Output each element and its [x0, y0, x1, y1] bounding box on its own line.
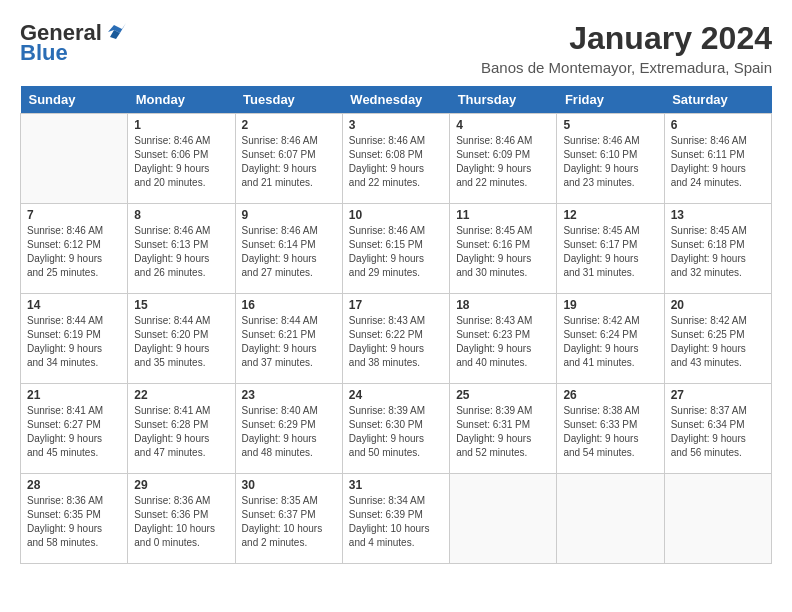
calendar-cell: 27 Sunrise: 8:37 AM Sunset: 6:34 PM Dayl…: [664, 384, 771, 474]
day-number: 15: [134, 298, 228, 312]
calendar-cell: 24 Sunrise: 8:39 AM Sunset: 6:30 PM Dayl…: [342, 384, 449, 474]
calendar-cell: [21, 114, 128, 204]
day-info: Sunrise: 8:45 AM Sunset: 6:18 PM Dayligh…: [671, 224, 765, 280]
calendar-cell: 11 Sunrise: 8:45 AM Sunset: 6:16 PM Dayl…: [450, 204, 557, 294]
daylight-text: Daylight: 9 hours and 26 minutes.: [134, 253, 209, 278]
daylight-text: Daylight: 9 hours and 43 minutes.: [671, 343, 746, 368]
sunrise-text: Sunrise: 8:46 AM: [349, 135, 425, 146]
daylight-text: Daylight: 9 hours and 52 minutes.: [456, 433, 531, 458]
day-number: 4: [456, 118, 550, 132]
sunrise-text: Sunrise: 8:42 AM: [563, 315, 639, 326]
day-info: Sunrise: 8:46 AM Sunset: 6:07 PM Dayligh…: [242, 134, 336, 190]
sunrise-text: Sunrise: 8:35 AM: [242, 495, 318, 506]
sunset-text: Sunset: 6:35 PM: [27, 509, 101, 520]
day-info: Sunrise: 8:37 AM Sunset: 6:34 PM Dayligh…: [671, 404, 765, 460]
sunset-text: Sunset: 6:37 PM: [242, 509, 316, 520]
calendar-cell: [450, 474, 557, 564]
sunrise-text: Sunrise: 8:39 AM: [456, 405, 532, 416]
sunrise-text: Sunrise: 8:45 AM: [563, 225, 639, 236]
daylight-text: Daylight: 9 hours and 35 minutes.: [134, 343, 209, 368]
sunrise-text: Sunrise: 8:44 AM: [134, 315, 210, 326]
sunrise-text: Sunrise: 8:44 AM: [242, 315, 318, 326]
sunrise-text: Sunrise: 8:43 AM: [349, 315, 425, 326]
calendar-cell: [664, 474, 771, 564]
day-number: 14: [27, 298, 121, 312]
calendar-cell: 28 Sunrise: 8:36 AM Sunset: 6:35 PM Dayl…: [21, 474, 128, 564]
logo: General Blue: [20, 20, 126, 66]
calendar-cell: 5 Sunrise: 8:46 AM Sunset: 6:10 PM Dayli…: [557, 114, 664, 204]
calendar-cell: 22 Sunrise: 8:41 AM Sunset: 6:28 PM Dayl…: [128, 384, 235, 474]
day-info: Sunrise: 8:46 AM Sunset: 6:11 PM Dayligh…: [671, 134, 765, 190]
sunrise-text: Sunrise: 8:34 AM: [349, 495, 425, 506]
daylight-text: Daylight: 9 hours and 22 minutes.: [349, 163, 424, 188]
day-info: Sunrise: 8:41 AM Sunset: 6:27 PM Dayligh…: [27, 404, 121, 460]
day-number: 2: [242, 118, 336, 132]
sunset-text: Sunset: 6:21 PM: [242, 329, 316, 340]
daylight-text: Daylight: 10 hours and 4 minutes.: [349, 523, 430, 548]
day-number: 6: [671, 118, 765, 132]
day-info: Sunrise: 8:46 AM Sunset: 6:13 PM Dayligh…: [134, 224, 228, 280]
day-info: Sunrise: 8:38 AM Sunset: 6:33 PM Dayligh…: [563, 404, 657, 460]
day-number: 17: [349, 298, 443, 312]
calendar-cell: 10 Sunrise: 8:46 AM Sunset: 6:15 PM Dayl…: [342, 204, 449, 294]
day-info: Sunrise: 8:41 AM Sunset: 6:28 PM Dayligh…: [134, 404, 228, 460]
sunrise-text: Sunrise: 8:43 AM: [456, 315, 532, 326]
sunset-text: Sunset: 6:06 PM: [134, 149, 208, 160]
day-number: 16: [242, 298, 336, 312]
day-number: 7: [27, 208, 121, 222]
sunset-text: Sunset: 6:09 PM: [456, 149, 530, 160]
day-number: 23: [242, 388, 336, 402]
daylight-text: Daylight: 9 hours and 20 minutes.: [134, 163, 209, 188]
day-number: 11: [456, 208, 550, 222]
calendar-cell: 26 Sunrise: 8:38 AM Sunset: 6:33 PM Dayl…: [557, 384, 664, 474]
sunset-text: Sunset: 6:07 PM: [242, 149, 316, 160]
sunset-text: Sunset: 6:30 PM: [349, 419, 423, 430]
day-info: Sunrise: 8:34 AM Sunset: 6:39 PM Dayligh…: [349, 494, 443, 550]
sunrise-text: Sunrise: 8:46 AM: [134, 135, 210, 146]
sunset-text: Sunset: 6:10 PM: [563, 149, 637, 160]
calendar-cell: 13 Sunrise: 8:45 AM Sunset: 6:18 PM Dayl…: [664, 204, 771, 294]
sunset-text: Sunset: 6:25 PM: [671, 329, 745, 340]
calendar-cell: 7 Sunrise: 8:46 AM Sunset: 6:12 PM Dayli…: [21, 204, 128, 294]
day-number: 5: [563, 118, 657, 132]
sunrise-text: Sunrise: 8:37 AM: [671, 405, 747, 416]
sunset-text: Sunset: 6:22 PM: [349, 329, 423, 340]
daylight-text: Daylight: 9 hours and 23 minutes.: [563, 163, 638, 188]
sunrise-text: Sunrise: 8:36 AM: [134, 495, 210, 506]
sunrise-text: Sunrise: 8:46 AM: [242, 225, 318, 236]
sunset-text: Sunset: 6:27 PM: [27, 419, 101, 430]
sunset-text: Sunset: 6:16 PM: [456, 239, 530, 250]
daylight-text: Daylight: 9 hours and 25 minutes.: [27, 253, 102, 278]
day-info: Sunrise: 8:42 AM Sunset: 6:24 PM Dayligh…: [563, 314, 657, 370]
calendar-week-row: 28 Sunrise: 8:36 AM Sunset: 6:35 PM Dayl…: [21, 474, 772, 564]
day-info: Sunrise: 8:46 AM Sunset: 6:10 PM Dayligh…: [563, 134, 657, 190]
sunset-text: Sunset: 6:11 PM: [671, 149, 745, 160]
daylight-text: Daylight: 9 hours and 37 minutes.: [242, 343, 317, 368]
calendar-cell: 19 Sunrise: 8:42 AM Sunset: 6:24 PM Dayl…: [557, 294, 664, 384]
calendar-cell: 4 Sunrise: 8:46 AM Sunset: 6:09 PM Dayli…: [450, 114, 557, 204]
daylight-text: Daylight: 10 hours and 0 minutes.: [134, 523, 215, 548]
day-info: Sunrise: 8:46 AM Sunset: 6:14 PM Dayligh…: [242, 224, 336, 280]
calendar-cell: [557, 474, 664, 564]
calendar-cell: 18 Sunrise: 8:43 AM Sunset: 6:23 PM Dayl…: [450, 294, 557, 384]
day-number: 1: [134, 118, 228, 132]
daylight-text: Daylight: 9 hours and 34 minutes.: [27, 343, 102, 368]
day-info: Sunrise: 8:39 AM Sunset: 6:30 PM Dayligh…: [349, 404, 443, 460]
daylight-text: Daylight: 9 hours and 45 minutes.: [27, 433, 102, 458]
calendar-week-row: 1 Sunrise: 8:46 AM Sunset: 6:06 PM Dayli…: [21, 114, 772, 204]
daylight-text: Daylight: 10 hours and 2 minutes.: [242, 523, 323, 548]
calendar-cell: 15 Sunrise: 8:44 AM Sunset: 6:20 PM Dayl…: [128, 294, 235, 384]
daylight-text: Daylight: 9 hours and 30 minutes.: [456, 253, 531, 278]
sunset-text: Sunset: 6:34 PM: [671, 419, 745, 430]
day-info: Sunrise: 8:44 AM Sunset: 6:19 PM Dayligh…: [27, 314, 121, 370]
calendar-cell: 9 Sunrise: 8:46 AM Sunset: 6:14 PM Dayli…: [235, 204, 342, 294]
day-number: 10: [349, 208, 443, 222]
calendar-cell: 2 Sunrise: 8:46 AM Sunset: 6:07 PM Dayli…: [235, 114, 342, 204]
day-info: Sunrise: 8:45 AM Sunset: 6:17 PM Dayligh…: [563, 224, 657, 280]
day-number: 21: [27, 388, 121, 402]
day-info: Sunrise: 8:46 AM Sunset: 6:12 PM Dayligh…: [27, 224, 121, 280]
daylight-text: Daylight: 9 hours and 27 minutes.: [242, 253, 317, 278]
calendar-week-row: 21 Sunrise: 8:41 AM Sunset: 6:27 PM Dayl…: [21, 384, 772, 474]
sunrise-text: Sunrise: 8:45 AM: [456, 225, 532, 236]
sunrise-text: Sunrise: 8:46 AM: [242, 135, 318, 146]
